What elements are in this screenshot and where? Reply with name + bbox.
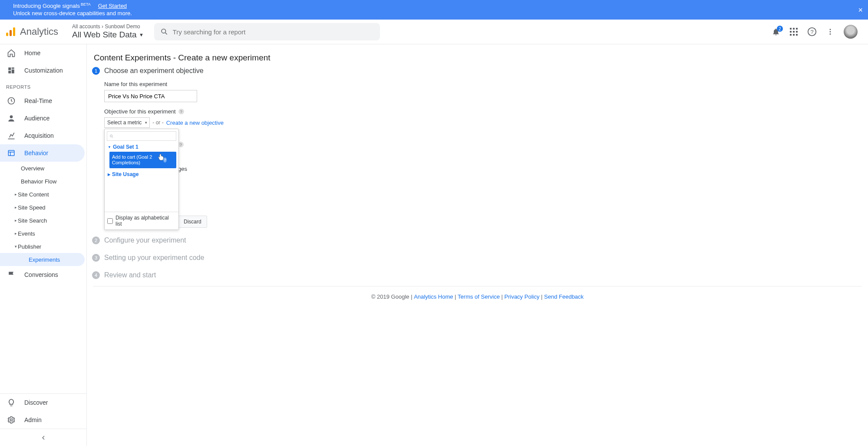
nav-admin[interactable]: Admin xyxy=(0,411,85,429)
nav-events[interactable]: ▸Events xyxy=(0,227,85,240)
caret-icon: ▸ xyxy=(15,231,17,236)
objective-label: Objective for this experiment ? xyxy=(104,108,862,115)
banner-get-started-link[interactable]: Get Started xyxy=(98,3,127,9)
footer-feedback[interactable]: Send Feedback xyxy=(544,293,584,300)
notification-badge: 2 xyxy=(777,26,783,32)
chevron-down-icon: ▼ xyxy=(139,32,144,37)
step-label-4: Review and start xyxy=(104,271,156,279)
nav-publisher[interactable]: ▾Publisher xyxy=(0,240,85,253)
svg-point-18 xyxy=(830,33,831,35)
banner-title: Introducing Google signals xyxy=(13,3,80,9)
dropdown-search-input[interactable] xyxy=(116,133,174,139)
help-button[interactable]: ? xyxy=(807,27,817,37)
nav-realtime[interactable]: Real-Time xyxy=(0,92,85,110)
home-icon xyxy=(6,48,17,58)
svg-rect-10 xyxy=(796,31,798,33)
svg-rect-19 xyxy=(8,67,11,70)
dropdown-group-siteusage[interactable]: ▶Site Usage xyxy=(107,170,176,179)
user-avatar[interactable] xyxy=(844,25,858,39)
svg-rect-6 xyxy=(793,28,795,30)
page-footer: © 2019 Google | Analytics Home | Terms o… xyxy=(93,286,862,300)
help-icon: ? xyxy=(807,27,817,37)
behavior-icon xyxy=(6,148,17,158)
more-vert-icon xyxy=(826,28,834,36)
banner-subtitle: Unlock new cross-device capabilities and… xyxy=(13,10,132,17)
svg-point-3 xyxy=(162,29,165,33)
metric-dropdown: ▼Goal Set 1 Add to cart (Goal 2 Completi… xyxy=(104,129,179,230)
svg-rect-11 xyxy=(790,34,792,36)
caret-icon: ▸ xyxy=(15,205,17,210)
account-switcher[interactable]: All accounts › Sunbowl Demo All Web Site… xyxy=(72,24,144,39)
nav-site-content[interactable]: ▸Site Content xyxy=(0,188,85,201)
global-search[interactable] xyxy=(154,23,380,40)
person-icon xyxy=(6,113,17,123)
step-1: 1 Choose an experiment objective xyxy=(93,67,862,75)
more-menu-button[interactable] xyxy=(826,28,834,36)
help-icon[interactable]: ? xyxy=(178,109,184,114)
nav-audience[interactable]: Audience xyxy=(0,110,85,127)
notifications-button[interactable]: 2 xyxy=(772,27,780,36)
footer-privacy[interactable]: Privacy Policy xyxy=(505,293,540,300)
search-input[interactable] xyxy=(173,28,374,36)
svg-point-17 xyxy=(830,31,831,33)
nav-customization[interactable]: Customization xyxy=(0,62,85,79)
dropdown-group-goalset1[interactable]: ▼Goal Set 1 xyxy=(107,142,176,152)
caret-icon: ▾ xyxy=(15,244,17,249)
nav-behavior-flow[interactable]: Behavior Flow xyxy=(0,175,85,188)
alpha-list-checkbox[interactable] xyxy=(107,218,113,224)
nav-behavior-overview[interactable]: Overview xyxy=(0,162,85,175)
nav-conversions[interactable]: Conversions xyxy=(0,266,85,283)
nav-experiments[interactable]: Experiments xyxy=(0,253,85,266)
search-icon xyxy=(109,134,114,139)
svg-text:?: ? xyxy=(810,29,813,35)
main-content: Content Experiments - Create a new exper… xyxy=(87,44,868,446)
nav-site-search[interactable]: ▸Site Search xyxy=(0,214,85,227)
svg-point-29 xyxy=(110,135,112,137)
analytics-logo-icon xyxy=(4,26,17,38)
analytics-logo[interactable]: Analytics xyxy=(4,26,58,38)
page-title: Content Experiments - Create a new exper… xyxy=(94,53,862,63)
metric-select[interactable]: Select a metric xyxy=(104,117,150,128)
step-label-1: Choose an experiment objective xyxy=(104,67,204,75)
customization-icon xyxy=(6,65,17,76)
flag-icon xyxy=(6,270,17,280)
collapse-sidebar-button[interactable] xyxy=(0,429,86,446)
step-4[interactable]: 4 Review and start xyxy=(93,271,862,279)
step-badge-4: 4 xyxy=(92,271,100,279)
svg-rect-12 xyxy=(793,34,795,36)
caret-icon: ▸ xyxy=(15,218,17,223)
step-2[interactable]: 2 Configure your experiment xyxy=(93,236,862,244)
nav-home[interactable]: Home xyxy=(0,44,85,62)
dropdown-item-add-to-cart[interactable]: Add to cart (Goal 2 Completions) ? xyxy=(109,152,176,168)
banner-close-icon[interactable]: × xyxy=(858,5,863,14)
chevron-left-icon xyxy=(40,434,47,441)
step-3[interactable]: 3 Setting up your experiment code xyxy=(93,254,862,262)
caret-down-icon: ▼ xyxy=(108,145,111,149)
svg-point-16 xyxy=(830,29,831,30)
nav-site-speed[interactable]: ▸Site Speed xyxy=(0,201,85,214)
footer-tos[interactable]: Terms of Service xyxy=(458,293,500,300)
caret-icon: ▸ xyxy=(15,192,17,196)
reports-section-label: REPORTS xyxy=(0,79,86,92)
nav-behavior[interactable]: Behavior xyxy=(0,144,85,162)
nav-acquisition[interactable]: Acquisition xyxy=(0,127,85,144)
discard-button[interactable]: Discard xyxy=(178,216,207,228)
svg-line-4 xyxy=(165,33,167,34)
apps-button[interactable] xyxy=(790,28,798,36)
or-text: - or - xyxy=(152,120,163,126)
svg-rect-2 xyxy=(13,27,15,36)
apps-grid-icon xyxy=(790,28,798,36)
left-nav: Home Customization REPORTS Real-Time Aud… xyxy=(0,44,87,446)
create-objective-link[interactable]: Create a new objective xyxy=(166,120,224,126)
svg-rect-1 xyxy=(10,30,12,36)
svg-rect-7 xyxy=(796,28,798,30)
nav-discover[interactable]: Discover xyxy=(0,394,85,411)
dropdown-search[interactable] xyxy=(107,131,176,141)
svg-rect-9 xyxy=(793,31,795,33)
svg-rect-21 xyxy=(12,70,14,73)
analytics-wordmark: Analytics xyxy=(20,26,58,37)
exp-name-input[interactable] xyxy=(104,90,197,102)
svg-rect-25 xyxy=(8,150,14,156)
footer-analytics-home[interactable]: Analytics Home xyxy=(414,293,453,300)
svg-point-28 xyxy=(10,419,13,421)
